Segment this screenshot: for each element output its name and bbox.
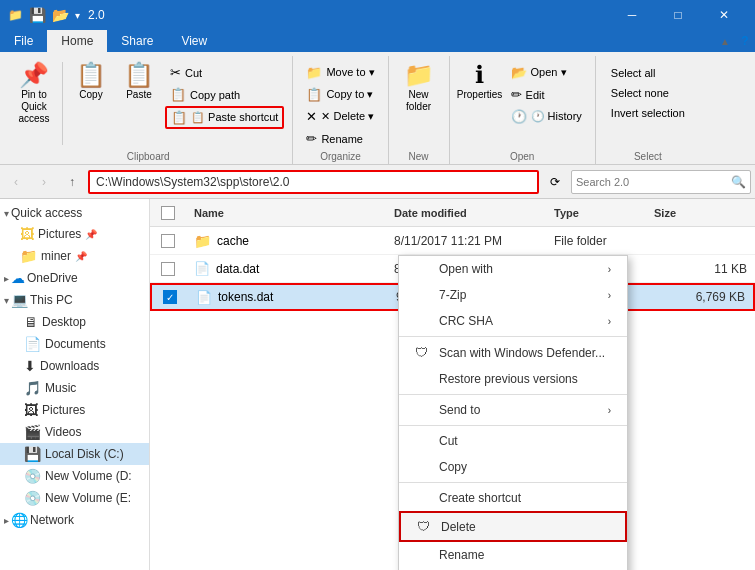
properties-label: Properties — [457, 89, 503, 100]
ribbon-collapse-btn[interactable]: ▲ — [715, 30, 735, 52]
file-name-cell: 📄 data.dat — [186, 261, 386, 276]
copy-to-label: Copy to ▾ — [326, 88, 373, 101]
up-button[interactable]: ↑ — [60, 170, 84, 194]
sidebar-item-new-volume-d[interactable]: 💿 New Volume (D: — [0, 465, 149, 487]
ctx-label: Scan with Windows Defender... — [439, 346, 605, 360]
sidebar-item-music[interactable]: 🎵 Music — [0, 377, 149, 399]
ctx-create-shortcut[interactable]: Create shortcut — [399, 485, 627, 511]
copy-button[interactable]: 📋 Copy — [69, 58, 113, 129]
edit-button[interactable]: ✏ Edit — [506, 84, 587, 105]
row-checkbox[interactable] — [150, 234, 186, 248]
close-button[interactable]: ✕ — [701, 0, 747, 30]
submenu-arrow: › — [608, 316, 611, 327]
open-content: ℹ Properties 📂 Open ▾ ✏ Edit 🕐 🕐 History — [458, 58, 587, 149]
ctx-rename[interactable]: Rename — [399, 542, 627, 568]
main-area: ▾ Quick access 🖼 Pictures 📌 📁 miner 📌 ▸ … — [0, 199, 755, 570]
invert-selection-button[interactable]: Invert selection — [604, 104, 692, 122]
tab-share[interactable]: Share — [107, 30, 167, 52]
ctx-open-with[interactable]: Open with › — [399, 256, 627, 282]
ctx-restore-prev[interactable]: Restore previous versions — [399, 366, 627, 392]
network-section[interactable]: ▸ 🌐 Network — [0, 509, 149, 531]
back-button[interactable]: ‹ — [4, 170, 28, 194]
ctx-copy[interactable]: Copy — [399, 454, 627, 480]
quick-access-arrow[interactable]: ▾ — [75, 10, 80, 21]
minimize-button[interactable]: ─ — [609, 0, 655, 30]
sidebar-item-label: Pictures — [42, 403, 85, 417]
sidebar-item-miner[interactable]: 📁 miner 📌 — [0, 245, 149, 267]
sidebar-item-new-volume-e[interactable]: 💿 New Volume (E: — [0, 487, 149, 509]
ctx-send-to[interactable]: Send to › — [399, 397, 627, 423]
paste-button[interactable]: 📋 Paste — [117, 58, 161, 129]
sidebar-item-pictures-quick[interactable]: 🖼 Pictures 📌 — [0, 223, 149, 245]
table-row[interactable]: 📁 cache 8/11/2017 11:21 PM File folder — [150, 227, 755, 255]
open-button[interactable]: 📂 Open ▾ — [506, 62, 587, 83]
miner-icon: 📁 — [20, 248, 37, 264]
ctx-crc-sha[interactable]: CRC SHA › — [399, 308, 627, 334]
paste-shortcut-button[interactable]: 📋 📋 Paste shortcut — [165, 106, 284, 129]
select-buttons: Select all Select none Invert selection — [604, 58, 692, 122]
sidebar-item-label: Desktop — [42, 315, 86, 329]
header-checkbox[interactable] — [161, 206, 175, 220]
file-name-text: tokens.dat — [218, 290, 273, 304]
rename-button[interactable]: ✏ Rename — [301, 128, 379, 149]
tab-home[interactable]: Home — [47, 30, 107, 52]
sidebar-item-label: Local Disk (C:) — [45, 447, 124, 461]
quick-access-icon1[interactable]: 💾 — [29, 7, 46, 23]
ctx-7zip[interactable]: 7-Zip › — [399, 282, 627, 308]
file-icon: 📄 — [194, 261, 210, 276]
help-button[interactable]: ? — [735, 30, 755, 52]
sidebar-item-videos[interactable]: 🎬 Videos — [0, 421, 149, 443]
quick-access-icon2[interactable]: 📂 — [52, 7, 69, 23]
address-input[interactable] — [88, 170, 539, 194]
sidebar-item-downloads[interactable]: ⬇ Downloads — [0, 355, 149, 377]
ctx-scan-defender[interactable]: 🛡 Scan with Windows Defender... — [399, 339, 627, 366]
content-area: Name Date modified Type Size 📁 cache 8/1… — [150, 199, 755, 570]
col-size-header[interactable]: Size — [646, 207, 755, 219]
tab-view[interactable]: View — [167, 30, 221, 52]
checkbox[interactable]: ✓ — [163, 290, 177, 304]
row-checkbox[interactable]: ✓ — [152, 290, 188, 304]
col-date-header[interactable]: Date modified — [386, 207, 546, 219]
sidebar-item-local-disk-c[interactable]: 💾 Local Disk (C:) — [0, 443, 149, 465]
ctx-cut[interactable]: Cut — [399, 428, 627, 454]
col-type-header[interactable]: Type — [546, 207, 646, 219]
select-all-button[interactable]: Select all — [604, 64, 692, 82]
tab-file[interactable]: File — [0, 30, 47, 52]
maximize-button[interactable]: □ — [655, 0, 701, 30]
select-none-button[interactable]: Select none — [604, 84, 692, 102]
checkbox[interactable] — [161, 262, 175, 276]
this-pc-section[interactable]: ▾ 💻 This PC — [0, 289, 149, 311]
sidebar-item-pictures[interactable]: 🖼 Pictures — [0, 399, 149, 421]
search-box[interactable]: 🔍 — [571, 170, 751, 194]
sidebar-item-label: Downloads — [40, 359, 99, 373]
sidebar-item-documents[interactable]: 📄 Documents — [0, 333, 149, 355]
copy-path-button[interactable]: 📋 Copy path — [165, 84, 284, 105]
submenu-arrow: › — [608, 290, 611, 301]
ctx-label: Copy — [439, 460, 467, 474]
onedrive-section[interactable]: ▸ ☁ OneDrive — [0, 267, 149, 289]
sidebar-item-desktop[interactable]: 🖥 Desktop — [0, 311, 149, 333]
window-title: 2.0 — [88, 8, 609, 22]
new-folder-button[interactable]: 📁 Newfolder — [397, 58, 441, 122]
new-content: 📁 Newfolder — [397, 58, 441, 149]
search-input[interactable] — [576, 176, 727, 188]
properties-button[interactable]: ℹ Properties — [458, 58, 502, 122]
cut-button[interactable]: ✂ Cut — [165, 62, 284, 83]
delete-button[interactable]: ✕ ✕ Delete ▾ — [301, 106, 379, 127]
col-name-header[interactable]: Name — [186, 207, 386, 219]
sidebar-item-label: miner — [41, 249, 71, 263]
quick-access-section[interactable]: ▾ Quick access — [0, 203, 149, 223]
paste-icon: 📋 — [124, 63, 154, 87]
history-button[interactable]: 🕐 🕐 History — [506, 106, 587, 127]
pin-to-quick-access-button[interactable]: 📌 Pin to Quickaccess — [12, 58, 56, 130]
move-to-button[interactable]: 📁 Move to ▾ — [301, 62, 379, 83]
refresh-button[interactable]: ⟳ — [543, 170, 567, 194]
row-checkbox[interactable] — [150, 262, 186, 276]
forward-button[interactable]: › — [32, 170, 56, 194]
sidebar-item-label: Videos — [45, 425, 81, 439]
history-label: 🕐 History — [531, 110, 582, 123]
ctx-delete[interactable]: 🛡 Delete — [399, 511, 627, 542]
organize-content: 📁 Move to ▾ 📋 Copy to ▾ ✕ ✕ Delete ▾ ✏ R… — [301, 58, 379, 149]
checkbox[interactable] — [161, 234, 175, 248]
copy-to-button[interactable]: 📋 Copy to ▾ — [301, 84, 379, 105]
